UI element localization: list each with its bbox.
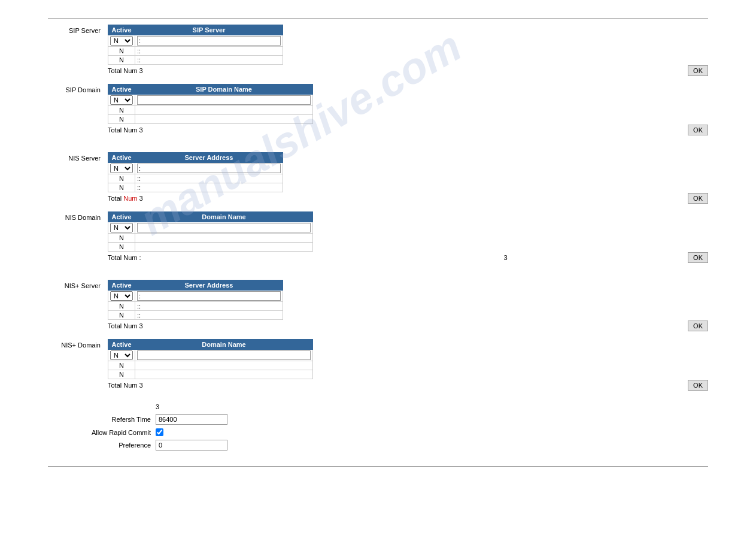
nis-domain-row1-input[interactable]	[137, 223, 311, 232]
sip-domain-label: SIP Domain	[48, 84, 108, 93]
sip-server-row-1: N Y	[108, 35, 283, 47]
allow-rapid-commit-label: Allow Rapid Commit	[48, 429, 156, 436]
nis-server-total-row: Total Num 3 OK	[108, 192, 708, 204]
sip-domain-row3-active-cell: N	[108, 115, 135, 124]
nis-server-total-highlight: Num	[123, 195, 137, 202]
sip-server-row3-active-val: N	[119, 56, 124, 64]
nis-domain-row1-active-select[interactable]: N Y	[110, 223, 133, 232]
sip-server-row1-value-cell	[135, 35, 283, 47]
sip-server-row-2: N ::	[108, 47, 283, 56]
sip-domain-address-header: SIP Domain Name	[135, 84, 313, 95]
nisplus-server-row2-val: ::	[137, 303, 141, 310]
nis-domain-row3-active-val: N	[119, 243, 124, 250]
nisplus-server-row1-input[interactable]	[137, 291, 281, 301]
sip-server-row2-active-cell: N	[108, 47, 135, 56]
refresh-time-input[interactable]	[156, 414, 227, 425]
above-value: 3	[156, 403, 159, 410]
nis-server-row1-input[interactable]	[137, 164, 281, 173]
nisplus-domain-row2-value-cell	[135, 361, 313, 370]
allow-rapid-commit-checkbox[interactable]	[156, 428, 163, 436]
nis-server-row1-value-cell	[135, 163, 283, 174]
preference-input[interactable]	[156, 440, 227, 451]
nisplus-domain-address-header: Domain Name	[135, 340, 313, 350]
nisplus-server-active-header: Active	[108, 280, 135, 291]
nis-server-row2-val: ::	[137, 175, 141, 182]
nis-server-row3-active-cell: N	[108, 183, 135, 192]
nisplus-domain-row-2: N	[108, 361, 313, 370]
sip-domain-row1-input[interactable]	[137, 95, 311, 105]
sip-domain-row1-value-cell	[135, 95, 313, 106]
nis-domain-total-label: Total Num :	[108, 254, 141, 261]
sip-domain-row1-active-cell: N Y	[108, 95, 135, 106]
nisplus-domain-table: Active Domain Name N Y	[108, 339, 313, 379]
nisplus-server-row3-value-cell: ::	[135, 311, 283, 320]
sip-domain-table: Active SIP Domain Name N Y	[108, 84, 313, 124]
nisplus-server-row3-val: ::	[137, 312, 141, 319]
sip-server-table: Active SIP Server N Y	[108, 25, 283, 65]
nisplus-server-row3-active-cell: N	[108, 311, 135, 320]
sip-server-row3-active-cell: N	[108, 56, 135, 65]
sip-server-row1-active-select[interactable]: N Y	[110, 36, 133, 46]
sip-server-table-wrap: Active SIP Server N Y	[108, 25, 708, 77]
nis-server-row1-active-select[interactable]: N Y	[110, 164, 133, 173]
nisplus-domain-active-header: Active	[108, 340, 135, 350]
nisplus-server-total-row: Total Num 3 OK	[108, 320, 708, 332]
sip-server-label: SIP Server	[48, 25, 108, 34]
nisplus-domain-row1-input[interactable]	[137, 350, 311, 360]
page-container: manualshive.com SIP Server Active SIP Se…	[0, 18, 756, 535]
sip-domain-active-header: Active	[108, 84, 135, 95]
sip-server-row2-val: ::	[137, 47, 141, 55]
nisplus-server-row-1: N Y	[108, 291, 283, 302]
preference-row: Preference	[48, 440, 708, 451]
nisplus-server-row2-active-val: N	[119, 303, 124, 310]
sip-domain-row-1: N Y	[108, 95, 313, 106]
nis-domain-table-wrap: Active Domain Name N Y	[108, 211, 708, 264]
nisplus-server-table: Active Server Address N Y	[108, 280, 283, 320]
nis-domain-row1-active-cell: N Y	[108, 222, 135, 234]
bottom-divider	[48, 466, 708, 467]
nisplus-domain-total-val: 3	[139, 382, 143, 389]
nis-server-row-2: N ::	[108, 174, 283, 183]
nis-server-total-label: Total Num 3	[108, 195, 143, 202]
refresh-time-label: Refersh Time	[48, 416, 156, 423]
sip-server-row1-active-cell: N Y	[108, 35, 135, 47]
nis-server-row2-active-val: N	[119, 175, 124, 182]
sip-domain-row1-active-select[interactable]: N Y	[110, 95, 133, 105]
nisplus-domain-row1-active-select[interactable]: N Y	[110, 350, 133, 360]
sip-server-row2-active-val: N	[119, 47, 124, 55]
sip-domain-row2-value-cell	[135, 106, 313, 115]
nisplus-domain-ok-button[interactable]: OK	[688, 380, 708, 391]
sip-domain-row2-active-val: N	[119, 107, 124, 114]
refresh-time-row: Refersh Time	[48, 414, 708, 425]
sip-server-row1-input[interactable]	[137, 36, 281, 46]
nis-server-table-wrap: Active Server Address N Y	[108, 152, 708, 204]
nis-domain-row-2: N	[108, 234, 313, 243]
bottom-fields: 3 Refersh Time Allow Rapid Commit Prefer…	[48, 403, 708, 451]
nisplus-domain-table-wrap: Active Domain Name N Y	[108, 339, 708, 391]
spacer-1	[48, 143, 708, 152]
nis-domain-total-row: Total Num : 3 OK	[108, 252, 708, 264]
nisplus-server-label: NIS+ Server	[48, 280, 108, 289]
sip-domain-row3-value-cell	[135, 115, 313, 124]
nis-server-row-1: N Y	[108, 163, 283, 174]
sip-server-ok-button[interactable]: OK	[688, 65, 708, 76]
sip-server-row-3: N ::	[108, 56, 283, 65]
sip-server-total-val: 3	[139, 67, 143, 74]
nis-domain-row1-value-cell	[135, 222, 313, 234]
nisplus-server-ok-button[interactable]: OK	[688, 321, 708, 331]
sip-server-total-row: Total Num 3 OK	[108, 65, 708, 77]
nisplus-domain-row3-active-val: N	[119, 371, 124, 378]
nis-domain-table: Active Domain Name N Y	[108, 211, 313, 252]
nisplus-server-table-wrap: Active Server Address N Y	[108, 280, 708, 332]
nis-domain-ok-button[interactable]: OK	[688, 252, 708, 263]
sip-domain-ok-button[interactable]: OK	[688, 125, 708, 135]
nis-server-ok-button[interactable]: OK	[688, 193, 708, 204]
sip-domain-row-3: N	[108, 115, 313, 124]
nisplus-server-row1-active-select[interactable]: N Y	[110, 291, 133, 301]
nisplus-server-total-label: Total Num 3	[108, 322, 143, 330]
sip-server-row3-value-cell: ::	[135, 56, 283, 65]
nisplus-domain-total-label: Total Num 3	[108, 382, 143, 389]
nis-domain-section: NIS Domain Active Domain Name N	[48, 211, 708, 264]
nis-domain-row2-active-cell: N	[108, 234, 135, 243]
nis-domain-row2-active-val: N	[119, 234, 124, 241]
